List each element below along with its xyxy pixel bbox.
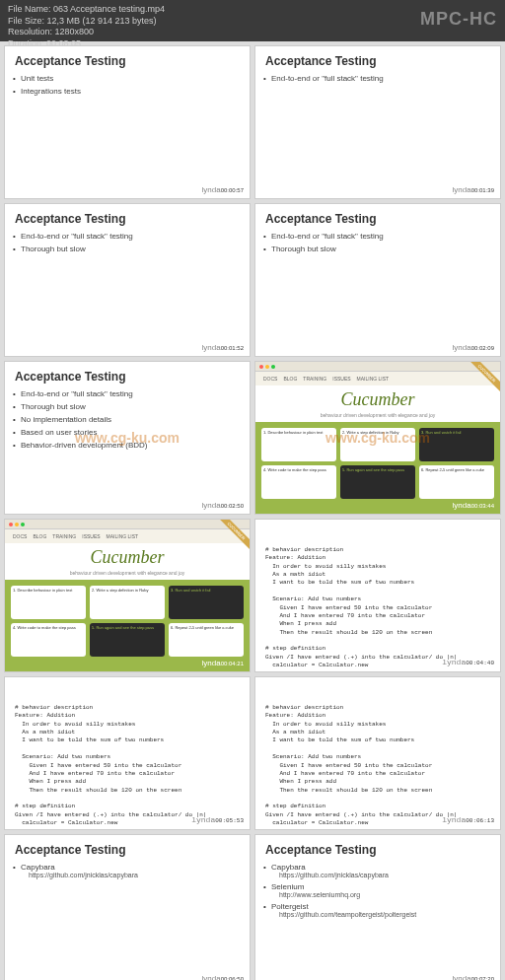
brand-logo: lynda00:01:39: [453, 185, 494, 194]
thumbnail-4[interactable]: Acceptance Testing End-to-end or "full s…: [254, 203, 501, 357]
brand-logo: lynda00:02:50: [202, 501, 244, 510]
thumbnail-12[interactable]: Acceptance Testing Capybarahttps://githu…: [254, 834, 501, 980]
slide-title: Acceptance Testing: [255, 46, 500, 72]
brand-logo: lynda00:00:57: [202, 185, 244, 194]
slide-list: End-to-end or "full stack" testing: [255, 72, 500, 85]
code-block: # behavior description Feature: Addition…: [265, 546, 490, 672]
slide-title: Acceptance Testing: [5, 46, 250, 72]
thumbnail-3[interactable]: Acceptance Testing End-to-end or "full s…: [4, 203, 251, 357]
slide-title: Acceptance Testing: [255, 204, 500, 230]
code-block: # behavior description Feature: Addition…: [15, 704, 240, 830]
slide-title: Acceptance Testing: [5, 362, 250, 387]
thumbnail-9[interactable]: # behavior description Feature: Addition…: [4, 676, 251, 830]
slide-list: End-to-end or "full stack" testing Thoro…: [255, 230, 500, 255]
browser-chrome: [255, 362, 500, 372]
slide-title: Acceptance Testing: [5, 835, 250, 861]
brand-logo: lynda00:04:21: [202, 659, 244, 667]
cucumber-logo: Cucumber: [5, 543, 250, 570]
thumbnail-11[interactable]: Acceptance Testing Capybarahttps://githu…: [4, 834, 251, 980]
site-nav: DOCSBLOGTRAININGISSUESMAILING LIST: [5, 529, 250, 543]
slide-title: Acceptance Testing: [255, 835, 500, 861]
slide-list: Unit tests Integrations tests: [5, 72, 250, 98]
brand-logo: lynda00:01:52: [202, 343, 244, 352]
brand-logo: lynda00:05:53: [191, 814, 244, 825]
cucumber-steps: 1. Describe behaviour in plain text 2. W…: [5, 580, 250, 663]
slide-list: End-to-end or "full stack" testing Thoro…: [5, 387, 250, 452]
thumbnail-2[interactable]: Acceptance Testing End-to-end or "full s…: [254, 45, 501, 199]
brand-logo: lynda00:06:13: [442, 814, 494, 825]
thumbnail-8[interactable]: # behavior description Feature: Addition…: [254, 519, 501, 672]
cucumber-steps: 1. Describe behaviour in plain text 2. W…: [255, 422, 500, 505]
browser-chrome: [5, 520, 250, 529]
slide-list: Capybarahttps://github.com/jnicklas/capy…: [5, 861, 250, 880]
slide-list: Capybarahttps://github.com/jnicklas/capy…: [255, 861, 500, 920]
brand-logo: lynda00:07:20: [453, 974, 494, 980]
brand-logo: lynda00:02:09: [453, 343, 494, 352]
site-nav: DOCSBLOGTRAININGISSUESMAILING LIST: [255, 372, 500, 385]
thumbnail-grid: Acceptance Testing Unit tests Integratio…: [0, 41, 505, 980]
media-info-header: File Name: 063 Acceptance testing.mp4 Fi…: [0, 0, 505, 41]
file-info: File Name: 063 Acceptance testing.mp4 Fi…: [8, 4, 165, 50]
thumbnail-7[interactable]: DOCSBLOGTRAININGISSUESMAILING LIST Cucum…: [4, 519, 251, 672]
cucumber-tagline: behaviour driven development with elegan…: [5, 570, 250, 580]
code-block: # behavior description Feature: Addition…: [265, 704, 490, 830]
thumbnail-10[interactable]: # behavior description Feature: Addition…: [254, 676, 501, 830]
thumbnail-5[interactable]: Acceptance Testing End-to-end or "full s…: [4, 361, 251, 515]
brand-logo: lynda00:03:44: [453, 501, 494, 510]
thumbnail-6[interactable]: DOCSBLOGTRAININGISSUESMAILING LIST Cucum…: [254, 361, 501, 515]
brand-logo: lynda00:06:50: [202, 974, 244, 980]
cucumber-logo: Cucumber: [255, 385, 500, 412]
cucumber-tagline: behaviour driven development with elegan…: [255, 412, 500, 422]
brand-logo: lynda00:04:40: [442, 657, 494, 667]
thumbnail-1[interactable]: Acceptance Testing Unit tests Integratio…: [4, 45, 251, 199]
slide-title: Acceptance Testing: [5, 204, 250, 230]
app-logo: MPC-HC: [420, 4, 497, 31]
slide-list: End-to-end or "full stack" testing Thoro…: [5, 230, 250, 255]
